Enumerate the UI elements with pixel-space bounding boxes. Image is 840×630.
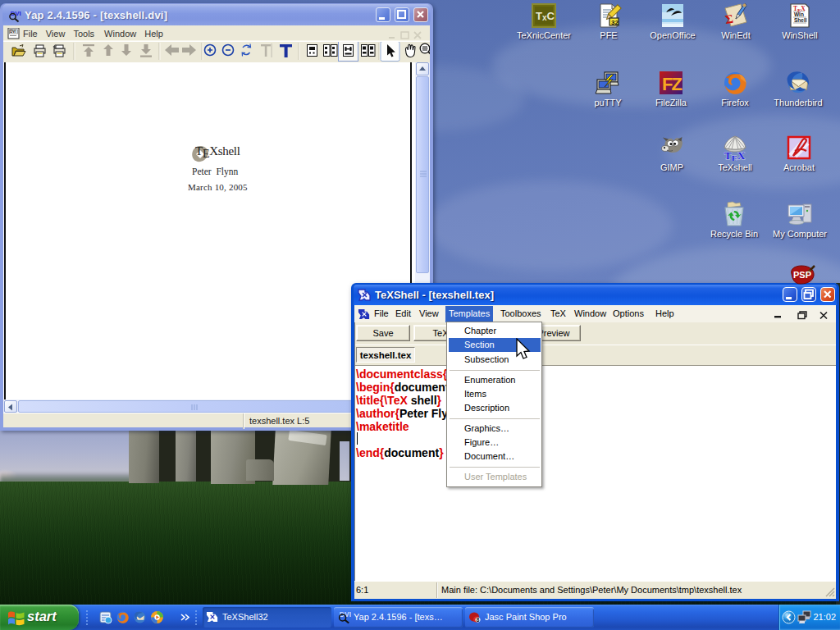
- svg-text:32: 32: [611, 19, 619, 26]
- svg-text:FZ: FZ: [662, 74, 682, 94]
- svg-text:8: 8: [477, 617, 480, 623]
- svg-text:Win: Win: [794, 11, 804, 17]
- svg-text:DVI: DVI: [10, 30, 16, 34]
- svg-text:PSP: PSP: [793, 270, 811, 280]
- svg-text:Shell: Shell: [794, 17, 807, 23]
